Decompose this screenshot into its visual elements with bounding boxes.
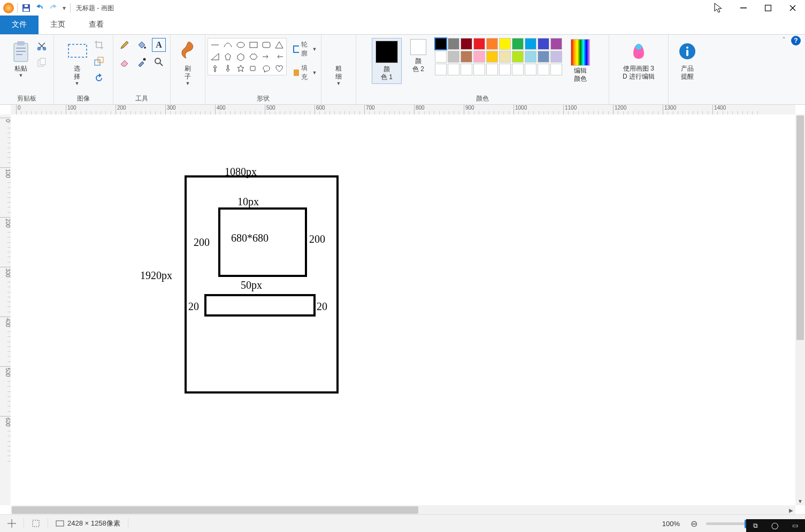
color-swatch[interactable] [473, 51, 485, 63]
group-colors: 颜 色 1 颜 色 2 编辑 颜色 颜色 [356, 35, 609, 104]
color-swatch-empty[interactable] [473, 64, 485, 75]
tool-grid: A [118, 38, 166, 69]
label-gap-50: 50px [241, 279, 262, 291]
color-swatch-empty[interactable] [538, 64, 549, 75]
stroke-width-button[interactable]: 粗 细 ▼ [325, 38, 352, 88]
svg-rect-29 [33, 520, 39, 527]
label-right-200: 200 [309, 233, 325, 245]
vscroll-thumb[interactable] [796, 115, 804, 340]
eraser-tool-icon[interactable] [118, 55, 132, 69]
vertical-scrollbar[interactable]: ▲ ▼ [795, 114, 805, 505]
color-swatch[interactable] [448, 38, 459, 50]
label-outer-height: 1920px [140, 269, 172, 282]
label-bottom-left-20: 20 [188, 300, 199, 313]
color-swatch-empty[interactable] [499, 64, 511, 75]
scroll-right-icon[interactable]: ▶ [787, 505, 795, 515]
color-swatch[interactable] [512, 51, 524, 63]
color-swatch[interactable] [538, 38, 549, 50]
scroll-down-icon[interactable]: ▼ [795, 497, 805, 505]
tab-view[interactable]: 查看 [77, 16, 116, 34]
ruler-horizontal: 0100200300400500600700800900100011001200… [11, 105, 795, 115]
color-swatch-empty[interactable] [448, 64, 459, 75]
select-label: 选 择 [74, 65, 80, 81]
maximize-button[interactable] [756, 0, 780, 16]
tab-home[interactable]: 主页 [39, 16, 77, 34]
color-swatch[interactable] [499, 38, 511, 50]
color2-button[interactable]: 颜 色 2 [407, 38, 430, 74]
shape-outline-button[interactable]: 轮廓 ▼ [291, 39, 319, 59]
shape-fill-button[interactable]: 填充 ▼ [291, 63, 319, 83]
text-tool-icon[interactable]: A [152, 38, 166, 52]
color-swatch[interactable] [486, 51, 498, 63]
shapes-gallery[interactable] [208, 38, 287, 75]
color1-label: 颜 色 1 [381, 65, 393, 81]
edit-colors-button[interactable]: 编辑 颜色 [568, 38, 593, 84]
svg-rect-28 [686, 50, 688, 56]
color-swatch-empty[interactable] [550, 64, 562, 75]
group-stroke: 粗 细 ▼ [321, 35, 356, 104]
stroke-label: 粗 细 [335, 65, 342, 81]
svg-rect-30 [56, 521, 64, 526]
minimize-button[interactable] [731, 0, 756, 16]
ribbon-tabs: 文件 主页 查看 [0, 16, 805, 35]
product-alert-button[interactable]: 产品 提醒 [673, 38, 701, 82]
paint3d-button[interactable]: 使用画图 3 D 进行编辑 [619, 38, 658, 82]
color-swatch-empty[interactable] [435, 64, 447, 75]
color-swatch-empty[interactable] [512, 64, 524, 75]
dimensions-icon [56, 519, 64, 528]
collapse-ribbon-icon[interactable]: ˄ [782, 36, 786, 44]
close-button[interactable] [780, 0, 805, 16]
color-swatch[interactable] [499, 51, 511, 63]
color-swatch[interactable] [486, 38, 498, 50]
crop-icon[interactable] [94, 40, 104, 51]
fill-tool-icon[interactable] [135, 38, 149, 52]
color-swatch[interactable] [538, 51, 549, 63]
color-swatch[interactable] [525, 38, 536, 50]
qat-customize-icon[interactable]: ▾ [63, 4, 66, 12]
magnifier-tool-icon[interactable] [152, 55, 166, 69]
save-icon[interactable] [22, 4, 30, 12]
color-swatch[interactable] [461, 51, 472, 63]
undo-icon[interactable] [35, 4, 44, 12]
tab-file[interactable]: 文件 [0, 16, 39, 34]
cursor-position [0, 519, 24, 528]
group-label-colors: 颜色 [356, 92, 609, 104]
group-clipboard: 粘贴 ▼ 剪贴板 [0, 35, 54, 104]
resize-icon[interactable] [94, 57, 104, 68]
color-swatch[interactable] [448, 51, 459, 63]
color-swatch[interactable] [435, 38, 447, 50]
help-icon[interactable]: ? [791, 36, 801, 45]
picker-tool-icon[interactable] [135, 55, 149, 69]
color1-button[interactable]: 颜 色 1 [372, 38, 402, 84]
edit-colors-label: 编辑 颜色 [574, 67, 587, 83]
rotate-icon[interactable] [94, 73, 104, 84]
horizontal-scrollbar[interactable]: ◀ ▶ [11, 505, 795, 515]
color-swatch[interactable] [461, 38, 472, 50]
color-swatch[interactable] [550, 38, 562, 50]
redo-icon[interactable] [49, 4, 58, 12]
pencil-tool-icon[interactable] [118, 38, 132, 52]
color-swatch[interactable] [435, 51, 447, 63]
color-swatch[interactable] [550, 51, 562, 63]
group-label-brushes [171, 92, 205, 104]
select-button[interactable]: 选 择 ▼ [63, 38, 91, 88]
group-label-paint3d [609, 92, 668, 104]
group-image: 选 择 ▼ 图像 [54, 35, 113, 104]
cut-icon[interactable] [37, 41, 47, 52]
color-swatch-empty[interactable] [486, 64, 498, 75]
brushes-button[interactable]: 刷 子 ▼ [174, 38, 202, 88]
zoom-out-button[interactable]: ⊖ [691, 519, 697, 529]
hscroll-thumb[interactable] [12, 506, 418, 514]
copy-icon[interactable] [37, 58, 47, 69]
paste-button[interactable]: 粘贴 ▼ [7, 38, 35, 80]
color-swatch[interactable] [525, 51, 536, 63]
svg-rect-13 [40, 58, 45, 65]
color-palette [435, 38, 562, 75]
svg-rect-1 [24, 9, 29, 11]
color-swatch[interactable] [512, 38, 524, 50]
color-swatch-empty[interactable] [525, 64, 536, 75]
color-swatch-empty[interactable] [461, 64, 472, 75]
svg-point-20 [237, 42, 244, 48]
color-swatch[interactable] [473, 38, 485, 50]
canvas-viewport[interactable]: 1080px 1920px 10px 200 200 680*680 50px … [11, 114, 795, 505]
